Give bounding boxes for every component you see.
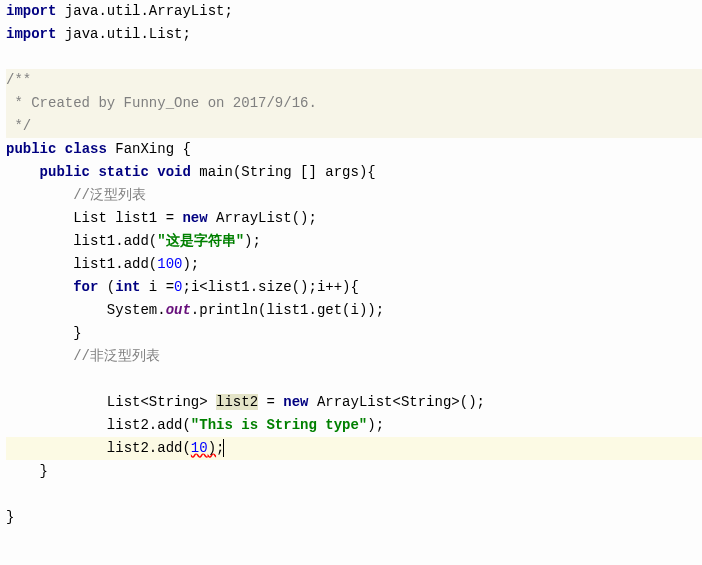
keyword-class: class [65, 141, 107, 157]
javadoc-line: * Created by Funny_One on 2017/9/16. [6, 92, 702, 115]
code-line: public class FanXing { [6, 138, 702, 161]
string-literal: "This is String type" [191, 417, 367, 433]
blank-line [6, 46, 702, 69]
code-line: //非泛型列表 [6, 345, 702, 368]
string-literal: "这是字符串" [157, 233, 244, 249]
javadoc-line: /** [6, 69, 702, 92]
code-line: for (int i =0;i<list1.size();i++){ [6, 276, 702, 299]
keyword-for: for [73, 279, 98, 295]
keyword-public: public [6, 141, 56, 157]
comment: //泛型列表 [73, 187, 146, 203]
keyword-static: static [98, 164, 148, 180]
blank-line [6, 368, 702, 391]
code-line: List<String> list2 = new ArrayList<Strin… [6, 391, 702, 414]
code-line: list1.add("这是字符串"); [6, 230, 702, 253]
code-editor[interactable]: import java.util.ArrayList; import java.… [0, 0, 702, 529]
keyword-import: import [6, 26, 56, 42]
keyword-import: import [6, 3, 56, 19]
keyword-new: new [182, 210, 207, 226]
code-line: //泛型列表 [6, 184, 702, 207]
variable-highlight: list2 [216, 394, 258, 410]
code-line: } [6, 506, 702, 529]
code-line: import java.util.ArrayList; [6, 0, 702, 23]
blank-line [6, 483, 702, 506]
code-line: System.out.println(list1.get(i)); [6, 299, 702, 322]
javadoc-line: */ [6, 115, 702, 138]
number-literal: 100 [157, 256, 182, 272]
static-field-out: out [166, 302, 191, 318]
code-line: public static void main(String [] args){ [6, 161, 702, 184]
comment: //非泛型列表 [73, 348, 160, 364]
keyword-int: int [115, 279, 140, 295]
code-line: list2.add("This is String type"); [6, 414, 702, 437]
code-line: list1.add(100); [6, 253, 702, 276]
code-line: } [6, 322, 702, 345]
code-line: import java.util.List; [6, 23, 702, 46]
code-line: } [6, 460, 702, 483]
keyword-void: void [157, 164, 191, 180]
code-line: List list1 = new ArrayList(); [6, 207, 702, 230]
text-cursor [223, 439, 224, 457]
keyword-public: public [40, 164, 90, 180]
keyword-new: new [283, 394, 308, 410]
current-line: list2.add(10); [6, 437, 702, 460]
error-marker: 10 [191, 440, 208, 456]
